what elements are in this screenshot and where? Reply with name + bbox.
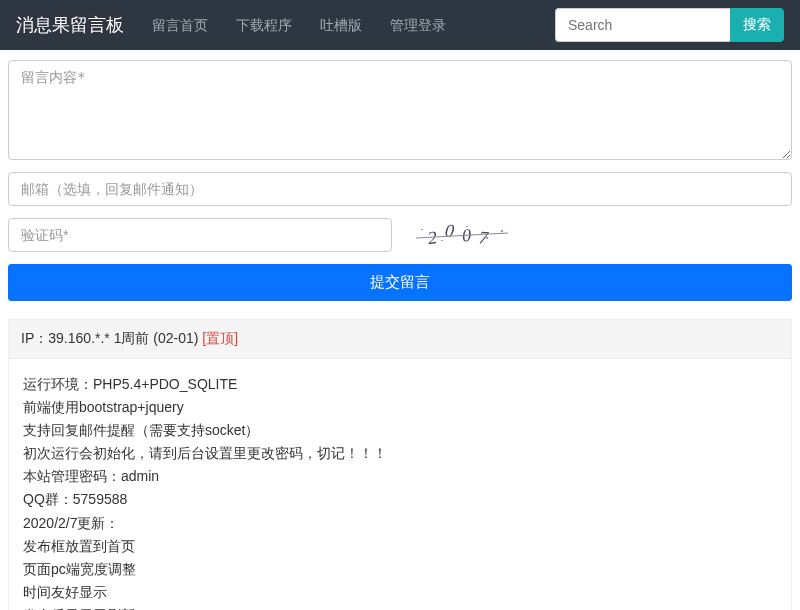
captcha-image[interactable]: 2 0 0 7 — [412, 221, 512, 249]
captcha-digit: 0 — [444, 220, 463, 243]
post-body-line: 2020/2/7更新： — [23, 512, 777, 535]
site-brand: 消息果留言板 — [16, 13, 124, 37]
post-header: IP：39.160.*.* 1周前 (02-01) [置顶] — [8, 319, 792, 359]
email-field[interactable] — [8, 172, 792, 206]
post-body-line: QQ群：5759588 — [23, 488, 777, 511]
post-body-line: 本站管理密码：admin — [23, 465, 777, 488]
main-container: 2 0 0 7 提交留言 IP：39.160.*.* 1周前 (02-01) [… — [0, 50, 800, 610]
search-input[interactable] — [555, 8, 730, 42]
post-time: 1周前 (02-01) — [114, 330, 199, 346]
post-body-line: 初次运行会初始化，请到后台设置里更改密码，切记！！！ — [23, 442, 777, 465]
captcha-digit: 0 — [461, 224, 479, 246]
pin-badge: [置顶] — [202, 330, 238, 346]
post-body-line: 页面pc端宽度调整 — [23, 558, 777, 581]
nav-link-download[interactable]: 下载程序 — [224, 0, 304, 50]
post-body-line: 支持回复邮件提醒（需要支持socket） — [23, 419, 777, 442]
nav-link-home[interactable]: 留言首页 — [140, 0, 220, 50]
captcha-digit: 7 — [478, 227, 497, 249]
post-body-line: 发布后显示无刷新 — [23, 604, 777, 610]
navbar: 消息果留言板 留言首页 下载程序 吐槽版 管理登录 搜索 — [0, 0, 800, 50]
post-ip: 39.160.*.* — [48, 330, 110, 346]
post-meta-prefix: IP： — [21, 330, 48, 346]
nav-link-tucao[interactable]: 吐槽版 — [308, 0, 374, 50]
post-body-line: 时间友好显示 — [23, 581, 777, 604]
search-button[interactable]: 搜索 — [730, 8, 784, 42]
nav-link-admin[interactable]: 管理登录 — [378, 0, 458, 50]
post-body-line: 前端使用bootstrap+jquery — [23, 396, 777, 419]
search-group: 搜索 — [555, 8, 784, 42]
message-content-input[interactable] — [8, 60, 792, 160]
post-body-line: 发布框放置到首页 — [23, 535, 777, 558]
post-body: 运行环境：PHP5.4+PDO_SQLITE前端使用bootstrap+jque… — [8, 359, 792, 610]
submit-button[interactable]: 提交留言 — [8, 264, 792, 301]
post-body-line: 运行环境：PHP5.4+PDO_SQLITE — [23, 373, 777, 396]
captcha-input[interactable] — [8, 218, 392, 252]
